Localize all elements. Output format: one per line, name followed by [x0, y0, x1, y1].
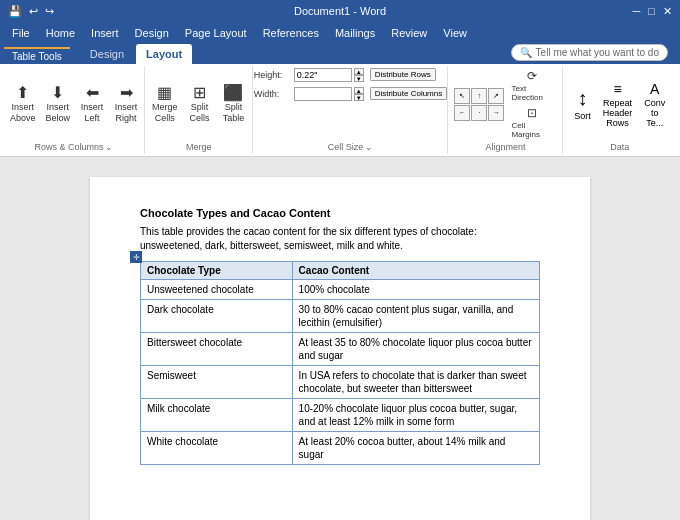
repeat-header-rows-button[interactable]: ≡ RepeatHeaderRows [598, 78, 638, 130]
table-tools-label: Table Tools [4, 47, 70, 64]
merge-group: ▦ MergeCells ⊞ SplitCells ⬛ SplitTable M… [145, 66, 253, 154]
insert-above-label: InsertAbove [10, 102, 36, 124]
convert-icon: A [650, 81, 659, 97]
chocolate-table: Chocolate Type Cacao Content Unsweetened… [140, 261, 540, 465]
data-group: ↕ Sort ≡ RepeatHeaderRows A Convto Te...… [563, 66, 676, 154]
insert-right-label: InsertRight [115, 102, 138, 124]
alignment-group: ↖ ↑ ↗ ← · → ⟳ Text Direction ⊡ [448, 66, 563, 154]
rows-cols-buttons: ⬆ InsertAbove ⬇ InsertBelow ⬅ InsertLeft… [6, 68, 142, 140]
choc-content-3: In USA refers to chocolate that is darke… [292, 366, 539, 399]
cell-margins-button[interactable]: ⊡ Cell Margins [508, 105, 556, 140]
width-spin-up[interactable]: ▲ [354, 87, 364, 94]
quick-access-save[interactable]: 💾 [8, 5, 22, 17]
table-head: Chocolate Type Cacao Content [141, 262, 540, 280]
choc-content-2: At least 35 to 80% chocolate liquor plus… [292, 333, 539, 366]
data-label: Data [610, 142, 629, 152]
menu-view[interactable]: View [435, 25, 475, 41]
data-buttons: ↕ Sort ≡ RepeatHeaderRows A Convto Te... [569, 68, 670, 140]
insert-below-button[interactable]: ⬇ InsertBelow [41, 83, 74, 126]
choc-type-0: Unsweetened chocolate [141, 280, 293, 300]
align-middle-center-button[interactable]: · [471, 105, 487, 121]
table-row: Milk chocolate 10-20% chocolate liquor p… [141, 399, 540, 432]
align-top-right-button[interactable]: ↗ [488, 88, 504, 104]
cell-size-content: Height: ▲ ▼ Distribute Rows Width: ▲ [254, 68, 448, 140]
menu-file[interactable]: File [4, 25, 38, 41]
sort-button[interactable]: ↕ Sort [569, 78, 596, 130]
table-row: Dark chocolate 30 to 80% cacao content p… [141, 300, 540, 333]
title-bar-title: Document1 - Word [229, 5, 450, 17]
width-input[interactable] [294, 87, 352, 101]
choc-type-4: Milk chocolate [141, 399, 293, 432]
height-spin-up[interactable]: ▲ [354, 68, 364, 75]
quick-access-undo[interactable]: ↩ [29, 5, 38, 17]
alignment-content: ↖ ↑ ↗ ← · → ⟳ Text Direction ⊡ [454, 68, 556, 140]
table-wrapper: ✛ Chocolate Type Cacao Content Unsweeten… [140, 261, 540, 465]
text-direction-button[interactable]: ⟳ Text Direction [508, 68, 556, 103]
tab-design[interactable]: Design [80, 44, 134, 64]
dist-cols-section: Distribute Columns [370, 87, 448, 101]
insert-below-icon: ⬇ [51, 85, 64, 101]
convert-to-text-button[interactable]: A Convto Te... [639, 78, 670, 130]
cell-size-expand-icon[interactable]: ⌄ [365, 142, 373, 152]
split-cells-label: SplitCells [189, 102, 209, 124]
height-spin-down[interactable]: ▼ [354, 75, 364, 82]
sort-icon: ↕ [577, 87, 587, 110]
maximize-button[interactable]: □ [648, 5, 655, 18]
distribute-rows-button[interactable]: Distribute Rows [370, 68, 436, 81]
insert-right-button[interactable]: ➡ InsertRight [110, 83, 142, 126]
text-direction-label: Text Direction [511, 84, 553, 102]
rows-cols-expand-icon[interactable]: ⌄ [105, 142, 113, 152]
align-middle-right-button[interactable]: → [488, 105, 504, 121]
width-spin-arrows: ▲ ▼ [354, 87, 364, 101]
menu-mailings[interactable]: Mailings [327, 25, 383, 41]
width-label: Width: [254, 89, 292, 99]
table-move-handle[interactable]: ✛ [130, 251, 142, 263]
width-spin-down[interactable]: ▼ [354, 94, 364, 101]
align-top-left-button[interactable]: ↖ [454, 88, 470, 104]
choc-type-5: White chocolate [141, 432, 293, 465]
search-icon: 🔍 [520, 47, 532, 58]
tab-layout[interactable]: Layout [136, 44, 192, 64]
insert-above-button[interactable]: ⬆ InsertAbove [6, 83, 40, 126]
insert-below-label: InsertBelow [45, 102, 70, 124]
header-chocolate-type: Chocolate Type [141, 262, 293, 280]
tell-me-input[interactable]: 🔍 Tell me what you want to do [511, 44, 668, 61]
header-cacao-content: Cacao Content [292, 262, 539, 280]
menu-home[interactable]: Home [38, 25, 83, 41]
merge-cells-icon: ▦ [157, 85, 172, 101]
title-bar: 💾 ↩ ↪ Document1 - Word ─ □ ✕ [0, 0, 680, 22]
repeat-header-label: RepeatHeaderRows [603, 98, 633, 128]
menu-insert[interactable]: Insert [83, 25, 127, 41]
table-row: Unsweetened chocolate 100% chocolate [141, 280, 540, 300]
table-row: White chocolate At least 20% cocoa butte… [141, 432, 540, 465]
alignment-grid: ↖ ↑ ↗ ← · → [454, 88, 504, 121]
menu-page-layout[interactable]: Page Layout [177, 25, 255, 41]
alignment-grid-container: ↖ ↑ ↗ ← · → [454, 88, 504, 121]
close-button[interactable]: ✕ [663, 5, 672, 18]
split-cells-button[interactable]: ⊞ SplitCells [183, 83, 215, 126]
table-row: Bittersweet chocolate At least 35 to 80%… [141, 333, 540, 366]
rows-cols-label: Rows & Columns ⌄ [34, 142, 113, 152]
rows-cols-group: ⬆ InsertAbove ⬇ InsertBelow ⬅ InsertLeft… [4, 66, 145, 154]
insert-left-button[interactable]: ⬅ InsertLeft [76, 83, 108, 126]
merge-cells-button[interactable]: ▦ MergeCells [148, 83, 182, 126]
insert-left-icon: ⬅ [86, 85, 99, 101]
choc-type-3: Semisweet [141, 366, 293, 399]
menu-references[interactable]: References [255, 25, 327, 41]
minimize-button[interactable]: ─ [633, 5, 641, 18]
align-top-center-button[interactable]: ↑ [471, 88, 487, 104]
menu-design[interactable]: Design [127, 25, 177, 41]
title-bar-controls: ─ □ ✕ [451, 5, 672, 18]
doc-page: Chocolate Types and Cacao Content This t… [90, 177, 590, 520]
split-cells-icon: ⊞ [193, 85, 206, 101]
document-area: Chocolate Types and Cacao Content This t… [0, 157, 680, 520]
insert-right-icon: ➡ [120, 85, 133, 101]
height-input[interactable] [294, 68, 352, 82]
menu-review[interactable]: Review [383, 25, 435, 41]
menu-bar: File Home Insert Design Page Layout Refe… [0, 22, 680, 44]
align-middle-left-button[interactable]: ← [454, 105, 470, 121]
distribute-columns-button[interactable]: Distribute Columns [370, 87, 448, 100]
split-table-label: SplitTable [223, 102, 245, 124]
quick-access-redo[interactable]: ↪ [45, 5, 54, 17]
split-table-button[interactable]: ⬛ SplitTable [217, 83, 249, 126]
